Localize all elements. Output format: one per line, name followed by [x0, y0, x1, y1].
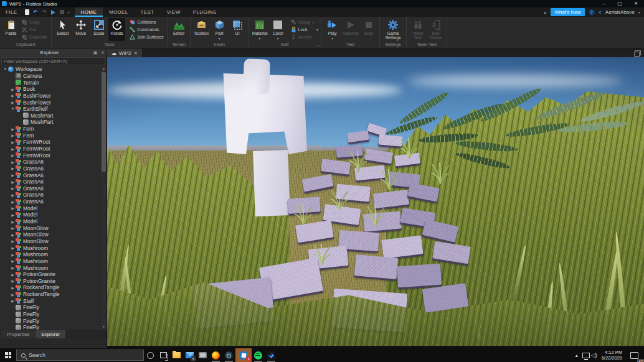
explorer-item-moonglow[interactable]: ▶MoonGlow	[0, 225, 107, 231]
chevron-right-icon[interactable]: ▶	[10, 206, 16, 210]
menu-tab-model[interactable]: MODEL	[103, 7, 134, 17]
toolbox-button[interactable]: Toolbox	[193, 18, 210, 41]
terrain-editor-button[interactable]: Editor	[171, 18, 187, 41]
file-menu[interactable]: FILE	[0, 7, 23, 17]
chevron-down-icon[interactable]: ▼	[10, 107, 16, 111]
chevron-right-icon[interactable]: ▶	[10, 239, 16, 243]
chevron-right-icon[interactable]: ▶	[10, 272, 16, 277]
color-button[interactable]: Color ▾	[270, 18, 286, 41]
roblox-studio-taskbar-button[interactable]: 1	[235, 348, 252, 362]
chevron-right-icon[interactable]: ▶	[10, 285, 16, 290]
explorer-item-potiongranite[interactable]: ▶PotionGranite	[0, 278, 107, 285]
file-explorer-button[interactable]	[170, 348, 183, 362]
chevron-right-icon[interactable]: ▶	[10, 226, 16, 230]
quick-access-dropdown-icon[interactable]: ▾	[68, 10, 70, 14]
chevron-right-icon[interactable]: ▶	[10, 87, 16, 91]
taskbar-search-input[interactable]: Search	[16, 350, 144, 361]
account-username[interactable]: AerialsAbove	[605, 9, 635, 15]
explorer-item-firefly[interactable]: FireFly	[0, 317, 107, 324]
chevron-right-icon[interactable]: ▶	[10, 100, 16, 104]
explorer-item-fern[interactable]: ▶Fern	[0, 126, 107, 132]
chevron-right-icon[interactable]: ▶	[10, 180, 16, 184]
explorer-item-model[interactable]: ▶Model	[0, 218, 107, 225]
whats-new-button[interactable]: What's New	[551, 8, 584, 16]
taskbar-clock[interactable]: 4:12 PM 6/22/2020	[599, 350, 625, 361]
menu-tab-home[interactable]: HOME	[75, 7, 103, 17]
minimize-button[interactable]: –	[595, 0, 612, 7]
dock-tab-explorer[interactable]: Explorer	[36, 330, 65, 338]
chevron-right-icon[interactable]: ▶	[10, 153, 16, 157]
explorer-item-firefly[interactable]: FireFly	[0, 311, 107, 318]
chevron-down-icon[interactable]: ▼	[2, 67, 8, 71]
explorer-item-moonglow[interactable]: ▶MoonGlow	[0, 238, 107, 245]
chevron-right-icon[interactable]: ▶	[10, 140, 16, 144]
spotify-button[interactable]	[252, 348, 265, 362]
explorer-scrollbar[interactable]: ▲ ▼	[101, 66, 107, 330]
explorer-item-mushroom[interactable]: ▶Mushroom	[0, 244, 107, 251]
explorer-item-mushroom[interactable]: ▶Mushroom	[0, 251, 107, 258]
material-button[interactable]: Material ▾	[252, 18, 268, 41]
explorer-item-book[interactable]: ▶Book	[0, 86, 107, 93]
explorer-item-earthshelf[interactable]: ▼EarthShelf	[0, 106, 107, 113]
chevron-right-icon[interactable]: ▶	[10, 200, 16, 204]
chevron-right-icon[interactable]: ▶	[10, 233, 16, 237]
explorer-item-rockandtangle[interactable]: ▶RockandTangle	[0, 291, 107, 298]
color-dropdown-icon[interactable]: ▾	[277, 37, 279, 40]
explorer-item-workspace[interactable]: ▼Workspace	[0, 66, 107, 73]
menu-tab-test[interactable]: TEST	[135, 7, 161, 17]
explorer-item-mushroom[interactable]: ▶Mushroom	[0, 264, 107, 271]
quick-play-icon[interactable]	[50, 9, 56, 15]
chevron-right-icon[interactable]: ▶	[10, 213, 16, 217]
close-button[interactable]: ✕	[628, 0, 644, 7]
task-view-button[interactable]	[157, 348, 170, 362]
material-dropdown-icon[interactable]: ▾	[259, 37, 261, 40]
part-dropdown-icon[interactable]: ▾	[219, 37, 220, 40]
cortana-button[interactable]	[144, 348, 157, 362]
edit-more-dropdown-icon[interactable]: ▾	[316, 28, 318, 32]
chevron-right-icon[interactable]: ▶	[10, 93, 16, 98]
constraints-button[interactable]: Constraints	[128, 26, 164, 33]
explorer-item-fernwroot[interactable]: ▶FernWRoot	[0, 139, 107, 146]
explorer-item-meshpart[interactable]: MeshPart	[0, 112, 107, 119]
chevron-right-icon[interactable]: ▶	[10, 292, 16, 297]
part-button[interactable]: Part ▾	[211, 18, 228, 41]
explorer-item-rockandtangle[interactable]: ▶RockandTangle	[0, 284, 107, 291]
help-icon[interactable]: ?	[589, 9, 595, 16]
ribbon-collapse-icon[interactable]: ▲	[543, 11, 547, 14]
explorer-item-model[interactable]: ▶Model	[0, 211, 107, 218]
chevron-right-icon[interactable]: ▶	[10, 147, 16, 151]
chevron-right-icon[interactable]: ▶	[10, 173, 16, 177]
dock-tab-properties[interactable]: Properties	[1, 330, 35, 338]
chevron-right-icon[interactable]: ▶	[10, 259, 16, 263]
explorer-item-fernwroot[interactable]: ▶FernWRoot	[0, 152, 107, 159]
explorer-item-bushflower[interactable]: ▶BushFlower	[0, 99, 107, 106]
explorer-item-camera[interactable]: Camera	[0, 73, 107, 80]
float-window-icon[interactable]	[635, 50, 641, 55]
chevron-right-icon[interactable]: ▶	[10, 193, 16, 197]
action-center-button[interactable]: 42	[627, 348, 642, 362]
firefox-button[interactable]	[209, 348, 222, 362]
chevron-right-icon[interactable]: ▶	[10, 279, 16, 283]
chevron-right-icon[interactable]: ▶	[10, 266, 16, 270]
select-button[interactable]: Select	[54, 18, 71, 41]
mail-button[interactable]: 5	[183, 348, 196, 362]
chevron-right-icon[interactable]: ▶	[10, 166, 16, 170]
chevron-right-icon[interactable]: ▶	[10, 246, 16, 250]
explorer-item-moonglow[interactable]: ▶MoonGlow	[0, 231, 107, 238]
move-button[interactable]: Move	[72, 18, 89, 41]
explorer-item-fern[interactable]: ▶Fern	[0, 132, 107, 139]
explorer-item-firefly[interactable]: FireFly	[0, 304, 107, 311]
filter-workspace-input[interactable]: Filter workspace (Ctrl+Shift+X)	[1, 57, 105, 65]
network-icon[interactable]	[582, 353, 590, 358]
viewport-tab-wip2[interactable]: ☁ WIP2 ✕	[107, 49, 142, 57]
explorer-pin-icon[interactable]: ▣	[92, 50, 99, 55]
lock-button[interactable]: Lock	[290, 26, 315, 33]
scale-button[interactable]: Scale	[90, 18, 107, 41]
collisions-button[interactable]: Collisions	[128, 19, 164, 26]
tray-expand-icon[interactable]: ▲	[572, 353, 581, 358]
viewport-tab-close-icon[interactable]: ✕	[134, 50, 138, 56]
share-icon[interactable]: <	[599, 9, 602, 16]
explorer-item-grassa6[interactable]: ▶GrassA6	[0, 179, 107, 185]
account-dropdown-icon[interactable]: ▾	[638, 11, 640, 14]
chevron-right-icon[interactable]: ▶	[10, 253, 16, 257]
